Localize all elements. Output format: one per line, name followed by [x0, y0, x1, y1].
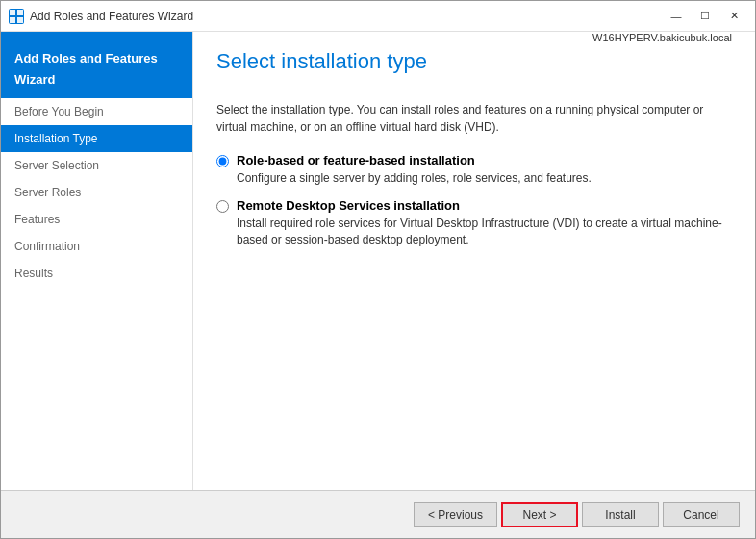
- page-title: Select installation type: [216, 49, 427, 74]
- cancel-button[interactable]: Cancel: [663, 502, 740, 527]
- option-role-based-desc: Configure a single server by adding role…: [237, 171, 592, 185]
- svg-rect-3: [17, 17, 23, 23]
- svg-rect-0: [10, 10, 15, 15]
- option-remote-desktop-desc: Install required role services for Virtu…: [237, 217, 722, 246]
- sidebar-item-server-selection[interactable]: Server Selection: [1, 152, 192, 179]
- sidebar-item-confirmation[interactable]: Confirmation: [1, 233, 192, 260]
- content-header: Select installation type DESTINATION SER…: [193, 32, 755, 86]
- option-role-based: Role-based or feature-based installation…: [216, 153, 732, 187]
- sidebar-item-server-roles[interactable]: Server Roles: [1, 179, 192, 206]
- minimize-button[interactable]: —: [663, 5, 690, 28]
- sidebar: Add Roles and Features Wizard Before You…: [1, 32, 193, 490]
- title-bar: Add Roles and Features Wizard — ☐ ✕: [1, 1, 755, 32]
- maximize-button[interactable]: ☐: [692, 5, 718, 28]
- radio-role-based[interactable]: [216, 155, 229, 167]
- window-controls: — ☐ ✕: [663, 5, 747, 28]
- sidebar-header: Add Roles and Features Wizard: [1, 32, 192, 98]
- destination-server: W16HYPERV.bakicubuk.local: [592, 32, 732, 43]
- sidebar-item-before-you-begin[interactable]: Before You Begin: [1, 98, 192, 125]
- content-body: Select the installation type. You can in…: [193, 86, 755, 490]
- sidebar-item-results[interactable]: Results: [1, 260, 192, 287]
- main-content: Add Roles and Features Wizard Before You…: [1, 32, 755, 490]
- option-remote-desktop-label[interactable]: Remote Desktop Services installation: [237, 198, 732, 213]
- option-role-based-label[interactable]: Role-based or feature-based installation: [237, 153, 732, 167]
- sidebar-item-features[interactable]: Features: [1, 206, 192, 233]
- window-title: Add Roles and Features Wizard: [30, 10, 663, 23]
- next-button[interactable]: Next >: [501, 502, 578, 527]
- content-area: Select installation type DESTINATION SER…: [193, 32, 755, 490]
- app-icon: [9, 9, 24, 24]
- installation-options: Role-based or feature-based installation…: [216, 153, 732, 247]
- close-button[interactable]: ✕: [720, 5, 747, 28]
- footer: < Previous Next > Install Cancel: [1, 490, 755, 538]
- previous-button[interactable]: < Previous: [414, 502, 497, 527]
- sidebar-header-text: Add Roles and Features Wizard: [14, 51, 158, 87]
- svg-rect-2: [10, 17, 15, 23]
- option-remote-desktop: Remote Desktop Services installation Ins…: [216, 198, 732, 248]
- sidebar-item-installation-type[interactable]: Installation Type: [1, 125, 192, 152]
- svg-rect-1: [17, 10, 23, 15]
- wizard-window: Add Roles and Features Wizard — ☐ ✕ Add …: [0, 0, 756, 539]
- intro-text: Select the installation type. You can in…: [216, 101, 732, 136]
- install-button[interactable]: Install: [582, 502, 659, 527]
- radio-remote-desktop[interactable]: [216, 200, 229, 213]
- destination-info: DESTINATION SERVER W16HYPERV.bakicubuk.l…: [592, 32, 732, 43]
